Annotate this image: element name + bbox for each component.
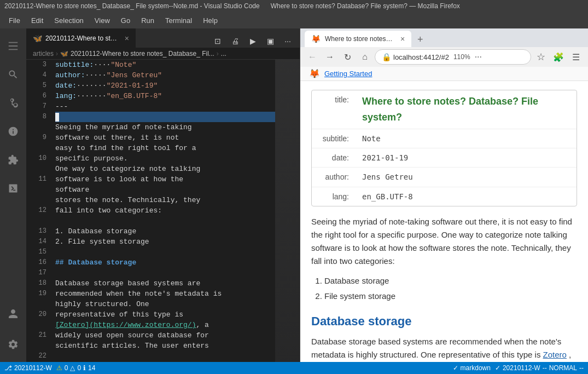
- menu-view[interactable]: View: [90, 14, 114, 27]
- status-errors[interactable]: ⚠ 0 △ 0 ℹ 14: [56, 364, 96, 372]
- getting-started-label[interactable]: Getting Started: [324, 70, 372, 78]
- frontmatter-lang-row: lang: en_GB.UTF-8: [312, 187, 577, 206]
- activity-bar: [0, 28, 26, 362]
- fm-author-val: Jens Getreu: [356, 168, 420, 186]
- frontmatter-title-row: title: Where to store notes? Database? F…: [312, 90, 577, 129]
- body-text-1: Database storage based systems are recom…: [311, 337, 561, 359]
- code-editor[interactable]: 3 4 5 6 7 8 9 10 11 12 13 14 15 16: [26, 60, 300, 362]
- menu-file[interactable]: File: [4, 14, 25, 27]
- status-bar: ⎇ 20210112-W ⚠ 0 △ 0 ℹ 14 ✓ markdown ✓ 2…: [0, 362, 588, 374]
- intro-paragraph: Seeing the myriad of note-taking softwar…: [311, 215, 577, 268]
- zoom-level: 110%: [453, 53, 470, 61]
- firefox-title: Where to store notes? Database? File sys…: [271, 2, 460, 10]
- menu-edit[interactable]: Edit: [27, 14, 48, 27]
- fm-title-key: title:: [312, 90, 356, 129]
- code-text[interactable]: subtitle:····"Note" author:·····"Jens Ge…: [51, 60, 275, 362]
- run-btn[interactable]: ▶: [245, 34, 260, 48]
- frontmatter-table: title: Where to store notes? Database? F…: [311, 90, 577, 206]
- split-editor-btn[interactable]: ⊡: [210, 34, 225, 48]
- frontmatter-subtitle-row: subtitle: Note: [312, 129, 577, 148]
- git-branch: 20210112-W: [14, 364, 52, 372]
- new-tab-button[interactable]: +: [412, 32, 428, 47]
- print-btn[interactable]: 🖨: [228, 34, 243, 48]
- activity-terminal[interactable]: [0, 175, 26, 202]
- menu-bar: File Edit Selection View Go Run Terminal…: [0, 12, 588, 28]
- extensions-button[interactable]: 🧩: [551, 49, 566, 65]
- browser-toolbar: ← → ↻ ⌂ 🔒 localhost:4412/#2 110% ··· ☆ 🧩…: [300, 47, 588, 67]
- error-count: 0: [65, 364, 68, 372]
- url-text: localhost:4412/#2: [393, 53, 449, 61]
- browser-tab-active[interactable]: 🦊 Where to store notes? D ×: [305, 31, 411, 47]
- lang-label: markdown: [461, 364, 491, 372]
- bookmark-button[interactable]: ☆: [533, 49, 549, 65]
- fm-lang-key: lang:: [312, 187, 356, 206]
- fm-date-val: 2021-01-19: [356, 148, 415, 167]
- fm-subtitle-key: subtitle:: [312, 129, 356, 148]
- category-list: Database storage File system storage: [324, 274, 577, 303]
- fm-date-key: date:: [312, 148, 356, 167]
- browser-menu-button[interactable]: ☰: [568, 49, 584, 65]
- status-left: ⎇ 20210112-W ⚠ 0 △ 0 ℹ 14: [4, 364, 95, 372]
- minimap: [275, 60, 300, 362]
- toggle-layout-btn[interactable]: ▣: [263, 34, 278, 48]
- more-btn[interactable]: ···: [280, 34, 295, 48]
- browser-chrome: 🦊 Where to store notes? D × + ← → ↻ ⌂ 🔒 …: [300, 28, 588, 81]
- breadcrumb: articles › 🦋 20210112-Where to store not…: [26, 48, 300, 60]
- activity-account[interactable]: [0, 301, 26, 327]
- menu-selection[interactable]: Selection: [50, 14, 88, 27]
- frontmatter-date-row: date: 2021-01-19: [312, 148, 577, 168]
- editor-tab-bar: 🦋 20210112-Where to store notes_ Data × …: [26, 28, 300, 48]
- address-bar[interactable]: 🔒 localhost:4412/#2 110% ···: [375, 49, 531, 65]
- browser-tab-label: Where to store notes? D: [325, 35, 396, 43]
- fm-subtitle-val: Note: [356, 129, 387, 148]
- frontmatter-author-row: author: Jens Getreu: [312, 168, 577, 187]
- getting-started-favicon: 🦊: [309, 68, 320, 79]
- refresh-button[interactable]: ↻: [340, 49, 355, 65]
- tab-close-icon[interactable]: ×: [125, 34, 129, 43]
- menu-terminal[interactable]: Terminal: [161, 14, 196, 27]
- activity-explorer[interactable]: [0, 33, 26, 59]
- menu-run[interactable]: Run: [137, 14, 159, 27]
- activity-settings[interactable]: [0, 331, 26, 358]
- list-item-2: File system storage: [324, 290, 577, 303]
- activity-extensions[interactable]: [0, 147, 26, 173]
- fm-title-val: Where to store notes? Database? File sys…: [356, 90, 577, 129]
- zotero-link[interactable]: Zotero: [543, 350, 567, 359]
- browser-tab-close[interactable]: ×: [400, 34, 405, 43]
- title-bar: 20210112-Where to store notes_ Database_…: [0, 0, 588, 12]
- menu-help[interactable]: Help: [199, 14, 222, 27]
- activity-source-control[interactable]: [0, 90, 26, 116]
- breadcrumb-file[interactable]: 🦋 20210112-Where to store notes_ Databas…: [60, 50, 214, 57]
- menu-go[interactable]: Go: [117, 14, 135, 27]
- status-right: ✓ markdown ✓ 20210112-W -- NORMAL --: [453, 364, 584, 372]
- editor-tab-label: 20210112-Where to store notes_ Data: [45, 34, 119, 42]
- getting-started-bar: 🦊 Getting Started: [300, 67, 588, 81]
- fm-lang-val: en_GB.UTF-8: [356, 187, 420, 206]
- breadcrumb-more[interactable]: ...: [221, 50, 226, 57]
- activity-debug[interactable]: [0, 118, 26, 145]
- browser-content[interactable]: title: Where to store notes? Database? F…: [300, 81, 588, 362]
- vim-git: 20210112-W: [503, 364, 540, 372]
- vscode-title: 20210112-Where to store notes_ Database_…: [4, 2, 260, 10]
- activity-search[interactable]: [0, 61, 26, 88]
- fm-author-key: author:: [312, 168, 356, 186]
- browser-tab-bar: 🦊 Where to store notes? D × +: [300, 28, 588, 47]
- body-paragraph: Database storage based systems are recom…: [311, 335, 577, 362]
- address-more[interactable]: ···: [475, 52, 482, 62]
- browser-section: 🦊 Where to store notes? D × + ← → ↻ ⌂ 🔒 …: [300, 28, 588, 362]
- home-button[interactable]: ⌂: [357, 49, 372, 65]
- warning-count: 0: [77, 364, 81, 372]
- forward-button[interactable]: →: [322, 49, 337, 65]
- status-checkmark[interactable]: ✓ markdown: [453, 364, 491, 372]
- main-area: 🦋 20210112-Where to store notes_ Data × …: [0, 28, 588, 362]
- back-button[interactable]: ←: [305, 49, 320, 65]
- status-vim-mode[interactable]: ✓ 20210112-W -- NORMAL --: [495, 364, 584, 372]
- list-item-1: Database storage: [324, 274, 577, 287]
- editor-section: 🦋 20210112-Where to store notes_ Data × …: [26, 28, 300, 362]
- breadcrumb-folder[interactable]: articles: [33, 50, 54, 57]
- info-count: 14: [88, 364, 95, 372]
- editor-tab-active[interactable]: 🦋 20210112-Where to store notes_ Data ×: [26, 28, 136, 48]
- status-git[interactable]: ⎇ 20210112-W: [4, 364, 52, 372]
- line-numbers: 3 4 5 6 7 8 9 10 11 12 13 14 15 16: [26, 60, 51, 362]
- https-icon: 🔒: [382, 53, 391, 61]
